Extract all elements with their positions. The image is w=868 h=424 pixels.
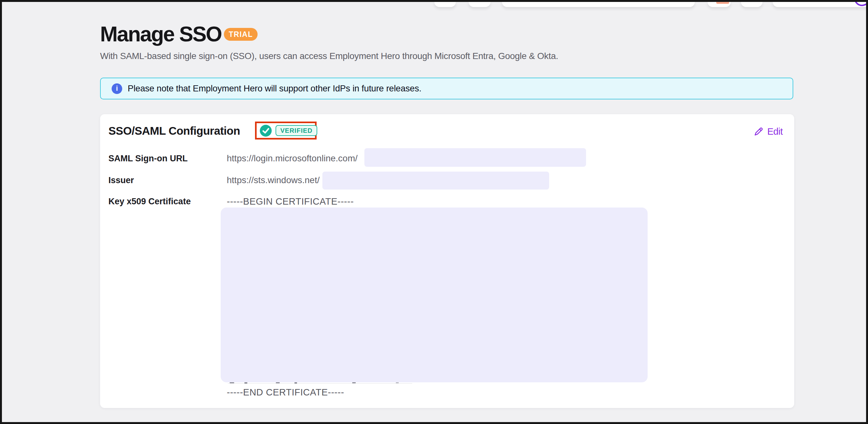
toolbar-button-remnant[interactable] — [741, 2, 763, 7]
avatar-remnant — [716, 2, 729, 4]
toolbar-button-remnant[interactable] — [469, 2, 491, 7]
field-label-key-x509-certificate: Key x509 Certificate — [108, 196, 191, 207]
pencil-icon — [754, 127, 764, 136]
verified-check-icon — [260, 125, 272, 137]
info-banner: i Please note that Employment Hero will … — [100, 78, 793, 99]
page-subtitle: With SAML-based single sign-on (SSO), us… — [100, 51, 558, 62]
field-value-issuer: https://sts.windows.net/ — [227, 175, 319, 186]
toolbar-button-remnant[interactable] — [708, 2, 731, 7]
card-title: SSO/SAML Configuration — [108, 124, 240, 137]
toolbar-panel-remnant[interactable] — [773, 2, 868, 7]
redacted-value-mask — [322, 172, 549, 189]
verified-status-badge: VERIFIED — [276, 125, 317, 136]
edit-button[interactable]: Edit — [754, 126, 783, 137]
edit-button-label: Edit — [767, 126, 783, 137]
field-label-saml-signon-url: SAML Sign-on URL — [108, 153, 188, 163]
redacted-certificate-mask — [221, 208, 648, 382]
field-label-issuer: Issuer — [108, 175, 134, 185]
certificate-begin-line: -----BEGIN CERTIFICATE----- — [227, 196, 354, 207]
search-bar-remnant[interactable] — [502, 2, 695, 7]
certificate-end-line: -----END CERTIFICATE----- — [227, 387, 344, 398]
field-value-saml-signon-url: https://login.microsoftonline.com/ — [227, 153, 358, 164]
sso-saml-configuration-card: SSO/SAML Configuration VERIFIED Edit SAM… — [100, 114, 794, 408]
manage-sso-page: Manage SSO TRIAL With SAML-based single … — [0, 0, 868, 424]
annotation-highlight-box: VERIFIED — [255, 122, 317, 140]
trial-badge: TRIAL — [224, 28, 257, 41]
toolbar-button-remnant[interactable] — [434, 2, 456, 7]
page-title: Manage SSO — [100, 23, 221, 44]
logo-swoosh-icon — [855, 2, 867, 7]
certificate-clipped-text — [228, 382, 414, 384]
info-icon: i — [112, 83, 122, 94]
info-banner-text: Please note that Employment Hero will su… — [128, 83, 422, 94]
redacted-value-mask — [364, 148, 586, 167]
